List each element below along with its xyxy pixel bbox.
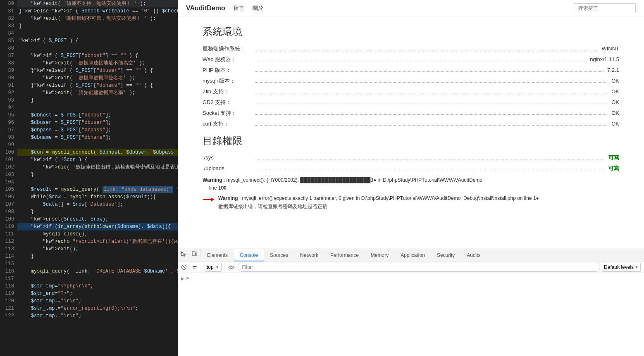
tab-console[interactable]: Console bbox=[234, 249, 264, 261]
code-line: 92 "kw">exit( '請先创建數据庫名稱' ); bbox=[0, 89, 178, 97]
code-line: 105 $result = mysqli_query( link: "show … bbox=[0, 186, 178, 193]
code-line: 91 }"kw">elseif ( $_POST["dbname"] == ""… bbox=[0, 82, 178, 89]
dir-label-uploads: ./uploads bbox=[203, 165, 252, 171]
tab-application[interactable]: Application bbox=[395, 249, 431, 261]
devtools-cursor-btn[interactable] bbox=[179, 249, 188, 259]
info-label-socket: Socket 支持： bbox=[203, 109, 252, 117]
tab-sources[interactable]: Sources bbox=[264, 249, 294, 261]
default-levels-label: Default levels bbox=[604, 264, 634, 270]
info-dots-gd2 bbox=[255, 104, 608, 104]
devtools-device-btn[interactable] bbox=[189, 249, 199, 259]
tab-audits[interactable]: Audits bbox=[461, 249, 487, 261]
svg-marker-1 bbox=[211, 197, 214, 202]
console-eye-btn[interactable] bbox=[227, 263, 236, 272]
warning-content-1: : mysqli_connect(): (HY000/2002): ██████… bbox=[224, 177, 482, 183]
code-line: 115 bbox=[0, 260, 178, 268]
default-levels-btn[interactable]: Default levels ▼ bbox=[602, 263, 641, 272]
devtools-panel: Elements Console Sources Network Perform… bbox=[178, 249, 644, 356]
site-search-input[interactable] bbox=[574, 3, 636, 13]
tab-memory[interactable]: Memory bbox=[365, 249, 395, 261]
code-line: 110 "kw">if (in_array(strtolower($dbname… bbox=[0, 223, 178, 230]
code-line: 87 "kw">if ( $_POST["dbhost"] == "" ) { bbox=[0, 52, 178, 59]
nav-link-about[interactable]: 關於 bbox=[253, 5, 263, 12]
code-line: 116 mysqli_query( link: 'CREATE DATABASE… bbox=[0, 268, 178, 275]
info-row-socket: Socket 支持： OK bbox=[203, 109, 619, 117]
block-icon bbox=[192, 264, 198, 270]
code-line: 114 } bbox=[0, 253, 178, 260]
website-content: VAuditDemo 留言 關於 系統環境 服務端操作系統： WINNT Web… bbox=[178, 0, 644, 249]
levels-chevron-icon: ▼ bbox=[634, 265, 639, 269]
info-row-mysqli: mysqli 版本： OK bbox=[203, 77, 619, 85]
console-body[interactable]: ▶ > bbox=[178, 273, 644, 356]
code-line: 106 While($row = mysqli_fetch_assoc($res… bbox=[0, 193, 178, 201]
tab-security[interactable]: Security bbox=[431, 249, 461, 261]
context-value: top bbox=[207, 264, 214, 270]
svg-marker-2 bbox=[181, 252, 186, 256]
dir-row-sys: ./sys 可寫 bbox=[203, 154, 619, 161]
info-label-web: Web 服務器： bbox=[203, 56, 252, 63]
info-row-curl: curl 支持： OK bbox=[203, 120, 619, 128]
right-panel: VAuditDemo 留言 關於 系統環境 服務端操作系統： WINNT Web… bbox=[178, 0, 644, 356]
expand-arrow-icon: ▶ bbox=[181, 276, 184, 281]
site-nav-links: 留言 關於 bbox=[234, 5, 263, 12]
code-line: 96 $dbuser = $_POST["dbuser"]; bbox=[0, 119, 178, 126]
code-line: 111 mysqli_close(); bbox=[0, 230, 178, 238]
code-line: 122 $str_tmp.="\r\n"; bbox=[0, 312, 178, 320]
tab-performance[interactable]: Performance bbox=[324, 249, 365, 261]
info-dots-mysqli bbox=[255, 82, 608, 83]
system-section-title: 系統環境 bbox=[203, 25, 619, 38]
code-line: 113 "kw">exit(); bbox=[0, 245, 178, 253]
info-value-socket: OK bbox=[611, 110, 619, 116]
eye-icon bbox=[228, 265, 235, 270]
code-line: 95 $dbhost = $_POST["dbhost"]; bbox=[0, 112, 178, 119]
console-expand-row[interactable]: ▶ > bbox=[178, 275, 644, 282]
info-value-curl: OK bbox=[611, 121, 619, 127]
warning-label-2: Warning bbox=[218, 195, 238, 201]
info-dots-web bbox=[255, 61, 587, 61]
info-label-curl: curl 支持： bbox=[203, 120, 252, 128]
nav-link-comments[interactable]: 留言 bbox=[234, 5, 244, 12]
info-label-gd2: GD2 支持： bbox=[203, 99, 252, 106]
warning-suffix-2: 數据库链接出错，请检查账号密码及地址是否正确 bbox=[218, 204, 327, 209]
console-clear-btn[interactable] bbox=[179, 263, 188, 272]
warning-content-2: : mysqli_error() expects exactly 1 param… bbox=[239, 195, 539, 201]
code-line: 89 }"kw">elseif ( $_POST["dbuser"] == ""… bbox=[0, 67, 178, 74]
console-toolbar: top ▼ Default levels ▼ bbox=[178, 261, 644, 273]
warning-line-1: line 100 bbox=[203, 185, 227, 191]
warning-text-1: Warning : mysqli_connect(): (HY000/2002)… bbox=[203, 176, 482, 192]
info-row-web: Web 服務器： nginx/1.11.5 bbox=[203, 56, 619, 63]
code-line: 81}"kw">else "kw">if ( $check_writeable … bbox=[0, 7, 178, 15]
code-line: 90 "kw">exit( '數据庫數据庫登名名' ); bbox=[0, 74, 178, 82]
device-icon bbox=[191, 251, 197, 257]
dir-section-title: 目錄權限 bbox=[203, 134, 619, 147]
tab-elements[interactable]: Elements bbox=[201, 249, 234, 261]
site-body: 系統環境 服務端操作系統： WINNT Web 服務器： nginx/1.11.… bbox=[178, 17, 644, 221]
code-line: 82 "kw">exit( '關鍵目錄不可寫，無法安裝使用！ ' ); bbox=[0, 15, 178, 22]
console-block-btn[interactable] bbox=[190, 263, 199, 272]
code-line: 102 "kw">die( '數据庫鏈接出錯，請检查帳号密碼及地址是否正确 bbox=[0, 164, 178, 171]
info-label-mysqli: mysqli 版本： bbox=[203, 77, 252, 85]
code-line: 119 $str_end="?>"; bbox=[0, 290, 178, 297]
code-line: 103 } bbox=[0, 171, 178, 178]
info-row-gd2: GD2 支持： OK bbox=[203, 99, 619, 106]
info-dots-os bbox=[255, 50, 598, 50]
code-line: 107 $data[] = $row['Database']; bbox=[0, 201, 178, 208]
warning-row-1: Warning : mysqli_connect(): (HY000/2002)… bbox=[203, 176, 619, 192]
console-filter-input[interactable] bbox=[238, 263, 600, 272]
code-line: 120 $str_tmp.="\r\n"; bbox=[0, 297, 178, 305]
code-lines: 80 "kw">exit( '短連不支持，無法安裝使用！ ' );81}"kw"… bbox=[0, 0, 178, 320]
svg-rect-8 bbox=[193, 266, 197, 267]
info-dots-curl bbox=[255, 125, 608, 126]
info-value-mysqli: OK bbox=[611, 78, 619, 84]
code-line: 121 $str_tmp.="error_reporting(0);\r\n"; bbox=[0, 305, 178, 312]
code-line: 88 "kw">exit( '數据庫連接地址不能為空' ); bbox=[0, 59, 178, 67]
info-label-zlib: Zlib 支持： bbox=[203, 88, 252, 95]
code-line: 84 bbox=[0, 30, 178, 37]
cursor-icon bbox=[181, 251, 186, 257]
code-line: 98 $dbname = $_POST["dbname"]; bbox=[0, 134, 178, 141]
context-selector[interactable]: top ▼ bbox=[205, 263, 222, 272]
tab-network[interactable]: Network bbox=[294, 249, 324, 261]
code-line: 97 $dbpass = $_POST["dbpass"]; bbox=[0, 126, 178, 134]
dir-label-sys: ./sys bbox=[203, 154, 252, 161]
warning-text-2: Warning : mysqli_error() expects exactly… bbox=[218, 195, 539, 210]
